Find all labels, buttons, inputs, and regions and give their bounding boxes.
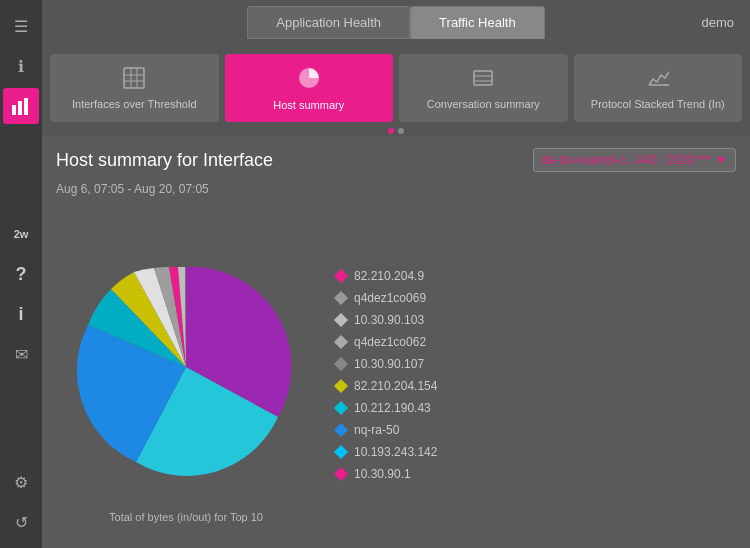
gear-icon[interactable]: ⚙	[3, 464, 39, 500]
host-summary-label: Host summary	[273, 99, 344, 111]
legend-item-6: 10.212.190.43	[336, 401, 437, 415]
legend-color-8	[334, 445, 348, 459]
interface-selector[interactable]: de-tsx-nuernb-c...A43 : 2/2/0 *** ▼	[533, 148, 736, 172]
page-title: Host summary for Interface	[56, 150, 273, 171]
topbar-tabs: Application Health Traffic Health	[247, 6, 544, 39]
legend-item-4: 10.30.90.107	[336, 357, 437, 371]
conversation-summary-label: Conversation summary	[427, 98, 540, 110]
interfaces-threshold-button[interactable]: Interfaces over Threshold	[50, 54, 219, 122]
legend-label-7: nq-ra-50	[354, 423, 399, 437]
legend-item-7: nq-ra-50	[336, 423, 437, 437]
chart-bar-icon[interactable]	[3, 88, 39, 124]
pie-icon	[297, 66, 321, 95]
content-header: Host summary for Interface de-tsx-nuernb…	[56, 148, 736, 172]
legend-color-1	[334, 291, 348, 305]
legend-label-5: 82.210.204.154	[354, 379, 437, 393]
legend-color-4	[334, 357, 348, 371]
dot-1	[388, 128, 394, 134]
legend-label-9: 10.30.90.1	[354, 467, 411, 481]
svg-rect-1	[18, 101, 22, 115]
nav-dots	[42, 128, 750, 134]
legend-color-3	[334, 335, 348, 349]
legend-label-2: 10.30.90.103	[354, 313, 424, 327]
conversation-summary-button[interactable]: Conversation summary	[399, 54, 568, 122]
chart-label: Total of bytes (in/out) for Top 10	[109, 511, 263, 523]
menu-icon[interactable]: ☰	[3, 8, 39, 44]
legend-label-4: 10.30.90.107	[354, 357, 424, 371]
legend-label-1: q4dez1co069	[354, 291, 426, 305]
topbar: Application Health Traffic Health demo	[42, 0, 750, 44]
date-range: Aug 6, 07:05 - Aug 20, 07:05	[56, 182, 736, 196]
refresh-icon[interactable]: ↺	[3, 504, 39, 540]
content-area: Host summary for Interface de-tsx-nuernb…	[42, 136, 750, 548]
host-summary-button[interactable]: Host summary	[225, 54, 394, 122]
legend-color-2	[334, 313, 348, 327]
legend-item-1: q4dez1co069	[336, 291, 437, 305]
legend-item-0: 82.210.204.9	[336, 269, 437, 283]
legend-label-8: 10.193.243.142	[354, 445, 437, 459]
legend-color-5	[334, 379, 348, 393]
table-icon	[123, 67, 145, 94]
legend-label-6: 10.212.190.43	[354, 401, 431, 415]
pie-chart	[56, 227, 316, 507]
info-icon[interactable]: i	[3, 296, 39, 332]
legend-item-3: q4dez1co062	[336, 335, 437, 349]
tab-application-health[interactable]: Application Health	[247, 6, 410, 39]
legend-label-0: 82.210.204.9	[354, 269, 424, 283]
info-circle-icon[interactable]: ℹ	[3, 48, 39, 84]
svg-rect-8	[474, 71, 492, 85]
legend-item-8: 10.193.243.142	[336, 445, 437, 459]
mail-icon[interactable]: ✉	[3, 336, 39, 372]
svg-rect-3	[124, 68, 144, 88]
legend-item-9: 10.30.90.1	[336, 467, 437, 481]
legend-item-2: 10.30.90.103	[336, 313, 437, 327]
chart-body: Total of bytes (in/out) for Top 10 82.21…	[56, 214, 736, 536]
2w-label[interactable]: 2w	[3, 216, 39, 252]
conversation-icon	[472, 67, 494, 94]
question-icon[interactable]: ?	[3, 256, 39, 292]
subnav: Interfaces over Threshold Host summary C…	[42, 44, 750, 136]
legend-color-0	[334, 269, 348, 283]
main-content: Application Health Traffic Health demo I…	[42, 0, 750, 548]
legend-label-3: q4dez1co062	[354, 335, 426, 349]
user-label: demo	[701, 15, 734, 30]
legend-color-9	[334, 467, 348, 481]
chart-legend: 82.210.204.9 q4dez1co069 10.30.90.103 q4…	[336, 269, 437, 481]
protocol-trend-label: Protocol Stacked Trend (In)	[591, 98, 725, 110]
legend-item-5: 82.210.204.154	[336, 379, 437, 393]
svg-rect-2	[24, 98, 28, 115]
dropdown-arrow-icon: ▼	[715, 153, 727, 167]
interfaces-threshold-label: Interfaces over Threshold	[72, 98, 197, 110]
svg-rect-0	[12, 105, 16, 115]
tab-traffic-health[interactable]: Traffic Health	[410, 6, 545, 39]
legend-color-6	[334, 401, 348, 415]
legend-color-7	[334, 423, 348, 437]
interface-value: de-tsx-nuernb-c...A43 : 2/2/0 ***	[542, 153, 711, 167]
dot-2	[398, 128, 404, 134]
protocol-trend-button[interactable]: Protocol Stacked Trend (In)	[574, 54, 743, 122]
sidebar: ☰ ℹ 2w ? i ✉ ⚙ ↺	[0, 0, 42, 548]
trend-icon	[647, 67, 669, 94]
